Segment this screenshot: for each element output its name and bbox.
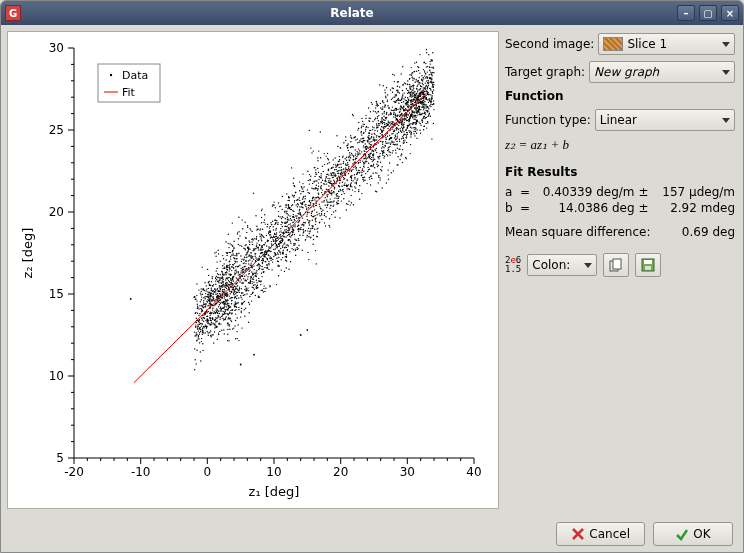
xtick: 30 <box>400 465 415 479</box>
svg-point-2732 <box>427 110 428 111</box>
svg-point-210 <box>287 235 288 236</box>
svg-point-2833 <box>234 261 235 262</box>
svg-point-2068 <box>433 86 434 87</box>
svg-point-646 <box>375 150 376 151</box>
svg-point-655 <box>244 309 245 310</box>
svg-point-919 <box>215 299 216 300</box>
target-graph-combo[interactable]: New graph <box>589 61 735 83</box>
svg-point-2271 <box>222 274 223 275</box>
svg-point-2585 <box>410 101 411 102</box>
svg-point-1446 <box>372 161 373 162</box>
svg-point-2682 <box>427 94 428 95</box>
svg-point-3043 <box>431 82 432 83</box>
svg-point-1704 <box>405 103 406 104</box>
svg-point-3099 <box>253 276 254 277</box>
svg-point-3196 <box>201 291 202 292</box>
svg-point-482 <box>199 332 200 333</box>
maximize-button[interactable]: ▢ <box>699 5 717 21</box>
svg-point-1942 <box>375 172 376 173</box>
svg-point-2811 <box>228 305 229 306</box>
svg-point-1593 <box>395 150 396 151</box>
svg-point-863 <box>395 152 396 153</box>
svg-point-537 <box>290 232 291 233</box>
svg-point-3145 <box>370 153 371 154</box>
svg-point-1903 <box>403 142 404 143</box>
svg-point-2850 <box>377 105 378 106</box>
ok-button[interactable]: OK <box>653 522 733 546</box>
svg-point-1171 <box>416 80 417 81</box>
svg-point-1017 <box>380 153 381 154</box>
svg-point-2024 <box>413 93 414 94</box>
svg-point-1813 <box>203 302 204 303</box>
svg-point-97 <box>277 254 278 255</box>
svg-point-688 <box>204 282 205 283</box>
svg-point-1967 <box>317 190 318 191</box>
cancel-button[interactable]: Cancel <box>556 522 645 546</box>
svg-point-2807 <box>248 322 249 323</box>
svg-point-1687 <box>353 156 354 157</box>
svg-point-2950 <box>265 254 266 255</box>
svg-point-672 <box>361 134 362 135</box>
svg-point-3162 <box>411 75 412 76</box>
svg-point-3262 <box>414 112 415 113</box>
copy-button[interactable] <box>603 253 629 277</box>
svg-point-1475 <box>351 186 352 187</box>
svg-point-2122 <box>350 156 351 157</box>
svg-point-2738 <box>400 105 401 106</box>
svg-point-3011 <box>362 170 363 171</box>
svg-point-2306 <box>353 155 354 156</box>
svg-point-3244 <box>405 83 406 84</box>
svg-point-3169 <box>337 165 338 166</box>
svg-point-2497 <box>401 113 402 114</box>
save-button[interactable] <box>635 253 661 277</box>
svg-point-2868 <box>281 238 282 239</box>
svg-point-3220 <box>259 268 260 269</box>
svg-point-3209 <box>423 104 424 105</box>
svg-point-1388 <box>194 348 195 349</box>
svg-point-2802 <box>393 101 394 102</box>
svg-point-1592 <box>282 226 283 227</box>
svg-point-72 <box>241 327 242 328</box>
svg-point-789 <box>262 229 263 230</box>
svg-point-1211 <box>259 233 260 234</box>
svg-point-3122 <box>211 322 212 323</box>
svg-point-1078 <box>300 193 301 194</box>
svg-point-1625 <box>222 292 223 293</box>
separator-combo[interactable]: Colon: <box>527 254 597 276</box>
svg-point-2775 <box>241 308 242 309</box>
svg-point-1018 <box>420 125 421 126</box>
function-type-value: Linear <box>600 113 637 127</box>
svg-point-2297 <box>268 261 269 262</box>
svg-point-3319 <box>421 113 422 114</box>
svg-point-2588 <box>256 287 257 288</box>
svg-point-2277 <box>305 204 306 205</box>
svg-point-1453 <box>321 201 322 202</box>
minimize-button[interactable]: – <box>677 5 695 21</box>
svg-point-2666 <box>309 193 310 194</box>
svg-point-2016 <box>233 292 234 293</box>
svg-point-3124 <box>332 172 333 173</box>
svg-point-2703 <box>430 77 431 78</box>
svg-point-2568 <box>377 116 378 117</box>
svg-point-2312 <box>408 114 409 115</box>
svg-point-972 <box>253 287 254 288</box>
side-panel: Second image: Slice 1 Target graph: New … <box>503 31 737 510</box>
svg-point-2754 <box>423 92 424 93</box>
svg-point-801 <box>376 148 377 149</box>
svg-point-2695 <box>332 159 333 160</box>
svg-point-1089 <box>383 112 384 113</box>
svg-point-2434 <box>291 235 292 236</box>
svg-point-843 <box>273 229 274 230</box>
close-window-button[interactable]: × <box>721 5 739 21</box>
second-image-combo[interactable]: Slice 1 <box>598 33 735 55</box>
svg-point-2785 <box>279 241 280 242</box>
svg-point-2658 <box>374 167 375 168</box>
svg-point-3153 <box>395 138 396 139</box>
svg-point-168 <box>289 215 290 216</box>
svg-point-823 <box>373 160 374 161</box>
function-type-combo[interactable]: Linear <box>595 109 735 131</box>
svg-point-2678 <box>297 213 298 214</box>
svg-point-341 <box>413 131 414 132</box>
svg-point-2431 <box>256 265 257 266</box>
svg-point-1231 <box>211 334 212 335</box>
